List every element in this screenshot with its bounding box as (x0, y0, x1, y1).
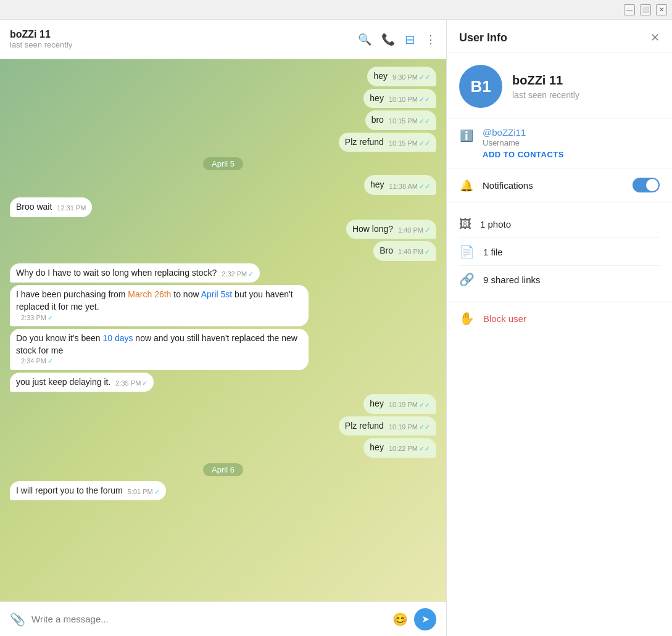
emoji-icon[interactable]: 😊 (392, 612, 408, 627)
message-bubble: Plz refund 10:19 PM ✓✓ (339, 416, 436, 436)
user-info-panel: User Info ✕ B1 boZZi 11 last seen recent… (447, 20, 672, 636)
chat-body: hey 9:30 PM ✓✓ hey 10:10 PM ✓✓ (0, 59, 446, 601)
message-bubble: hey 11:38 AM ✓✓ (364, 175, 436, 195)
table-row: How long? 1:40 PM ✓ (10, 220, 436, 239)
panel-title: User Info (459, 31, 650, 44)
chat-input-bar: 📎 😊 ➤ (0, 601, 446, 636)
message-bubble: I have been purchasing from March 26th t… (10, 285, 309, 326)
profile-info: boZZi 11 last seen recently (512, 73, 579, 100)
table-row: Bro 1:40 PM ✓ (10, 241, 436, 261)
media-section: 🖼 1 photo 📄 1 file 🔗 9 shared links (447, 202, 672, 302)
message-bubble: Why do I have to wait so long when repla… (10, 263, 260, 283)
search-icon[interactable]: 🔍 (358, 33, 371, 46)
username-info: @boZZi11 Username ADD TO CONTACTS (483, 127, 564, 159)
close-button[interactable]: ✕ (656, 4, 667, 15)
block-label: Block user (483, 313, 526, 324)
files-label: 1 file (483, 247, 660, 257)
info-icon: ℹ️ (459, 128, 474, 143)
bell-icon: 🔔 (459, 178, 474, 193)
username-row: ℹ️ @boZZi11 Username ADD TO CONTACTS (459, 127, 660, 159)
block-user-button[interactable]: ✋ Block user (459, 311, 660, 326)
table-row: bro 10:15 PM ✓✓ (10, 110, 436, 130)
file-icon: 📄 (459, 244, 475, 259)
chat-name: boZZi 11 (10, 29, 351, 40)
table-row: hey 10:19 PM ✓✓ (10, 394, 436, 414)
message-bubble: Do you know it's been 10 days now and yo… (10, 329, 309, 370)
username-label: Username (483, 138, 564, 147)
files-row[interactable]: 📄 1 file (459, 238, 660, 266)
table-row: hey 9:30 PM ✓✓ (10, 67, 436, 86)
table-row: Why do I have to wait so long when repla… (10, 263, 436, 283)
date-divider: April 5 (10, 158, 436, 169)
table-row: Plz refund 10:15 PM ✓✓ (10, 133, 436, 152)
date-divider: April 6 (10, 464, 436, 475)
message-bubble: hey 10:22 PM ✓✓ (363, 438, 436, 458)
title-bar: — ⬜ ✕ (0, 0, 672, 20)
photo-icon: 🖼 (459, 217, 471, 231)
notifications-section: 🔔 Notifications (447, 168, 672, 202)
table-row: hey 11:38 AM ✓✓ (10, 175, 436, 195)
message-bubble: Bro 1:40 PM ✓ (373, 241, 436, 261)
notifications-toggle[interactable] (633, 178, 660, 192)
link-icon: 🔗 (459, 272, 475, 287)
table-row: hey 10:10 PM ✓✓ (10, 89, 436, 109)
minimize-button[interactable]: — (624, 4, 635, 15)
block-section: ✋ Block user (447, 302, 672, 334)
profile-status: last seen recently (512, 90, 579, 100)
table-row: hey 10:22 PM ✓✓ (10, 438, 436, 458)
user-profile-section: B1 boZZi 11 last seen recently (447, 52, 672, 118)
chat-header-info: boZZi 11 last seen recently (10, 29, 351, 49)
call-icon[interactable]: 📞 (381, 33, 395, 46)
table-row: Broo wait 12:31 PM (10, 197, 436, 217)
chat-header: boZZi 11 last seen recently 🔍 📞 ⊟ ⋮ (0, 20, 446, 59)
photos-row[interactable]: 🖼 1 photo (459, 211, 660, 238)
message-bubble: hey 9:30 PM ✓✓ (367, 67, 436, 86)
avatar: B1 (459, 65, 502, 108)
maximize-button[interactable]: ⬜ (640, 4, 651, 15)
table-row: Do you know it's been 10 days now and yo… (10, 329, 436, 370)
table-row: Plz refund 10:19 PM ✓✓ (10, 416, 436, 436)
notifications-label: Notifications (483, 180, 624, 191)
message-bubble: bro 10:15 PM ✓✓ (365, 110, 436, 130)
profile-name: boZZi 11 (512, 73, 579, 88)
message-bubble: Plz refund 10:15 PM ✓✓ (339, 133, 436, 152)
app-container: boZZi 11 last seen recently 🔍 📞 ⊟ ⋮ hey … (0, 20, 672, 636)
close-panel-button[interactable]: ✕ (650, 31, 660, 44)
user-info-header: User Info ✕ (447, 20, 672, 52)
chat-status: last seen recently (10, 40, 351, 49)
layout-icon[interactable]: ⊟ (405, 32, 415, 47)
more-icon[interactable]: ⋮ (425, 33, 436, 46)
links-row[interactable]: 🔗 9 shared links (459, 266, 660, 293)
message-bubble: Broo wait 12:31 PM (10, 197, 92, 217)
notifications-row: 🔔 Notifications (459, 177, 660, 193)
block-icon: ✋ (459, 311, 475, 326)
message-bubble: you just keep delaying it. 2:35 PM ✓ (10, 373, 154, 392)
chat-header-icons: 🔍 📞 ⊟ ⋮ (358, 32, 436, 47)
message-bubble: How long? 1:40 PM ✓ (346, 220, 436, 239)
table-row: I have been purchasing from March 26th t… (10, 285, 436, 326)
photos-label: 1 photo (480, 219, 660, 229)
message-input[interactable] (31, 614, 386, 624)
attach-icon[interactable]: 📎 (10, 612, 25, 627)
message-bubble: hey 10:19 PM ✓✓ (363, 394, 436, 414)
table-row: you just keep delaying it. 2:35 PM ✓ (10, 373, 436, 392)
username-section: ℹ️ @boZZi11 Username ADD TO CONTACTS (447, 118, 672, 168)
send-button[interactable]: ➤ (414, 608, 436, 630)
username-value: @boZZi11 (483, 127, 564, 138)
links-label: 9 shared links (483, 275, 660, 285)
chat-panel: boZZi 11 last seen recently 🔍 📞 ⊟ ⋮ hey … (0, 20, 447, 636)
message-bubble: I will report you to the forum 5:01 PM ✓ (10, 481, 166, 501)
message-bubble: hey 10:10 PM ✓✓ (363, 89, 436, 109)
table-row: I will report you to the forum 5:01 PM ✓ (10, 481, 436, 501)
add-to-contacts-button[interactable]: ADD TO CONTACTS (483, 150, 564, 159)
send-icon: ➤ (421, 613, 429, 625)
